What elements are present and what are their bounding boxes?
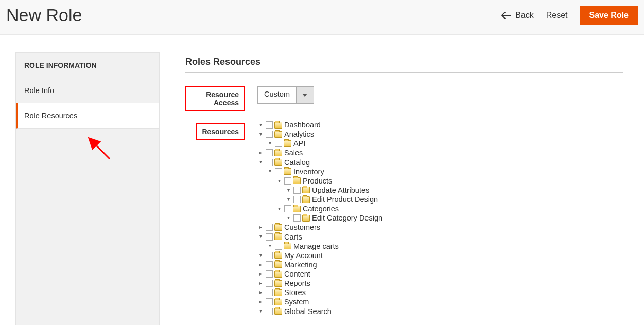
- chevron-down-icon: [296, 87, 314, 103]
- tree-label: API: [293, 139, 305, 148]
- reset-button[interactable]: Reset: [546, 11, 568, 20]
- tree-toggle-icon[interactable]: ▾: [257, 122, 264, 129]
- back-button[interactable]: Back: [501, 11, 534, 20]
- select-value: Custom: [258, 87, 296, 103]
- tree-node-edit-product-design[interactable]: ▾ Edit Product Design: [285, 195, 382, 204]
- tree-node-categories[interactable]: ▾ Categories: [276, 204, 382, 213]
- tree-toggle-icon[interactable]: ▸: [257, 289, 264, 296]
- main-content: Roles Resources Resource Access Custom R…: [185, 52, 644, 325]
- tree-node-dashboard[interactable]: ▾ Dashboard: [257, 120, 382, 130]
- tree-toggle-icon[interactable]: ▾: [276, 206, 282, 212]
- tree-toggle-icon[interactable]: ▸: [257, 150, 264, 156]
- folder-icon: [274, 131, 282, 138]
- checkbox[interactable]: [266, 121, 273, 129]
- tree-node-sales[interactable]: ▸ Sales: [257, 148, 382, 157]
- sidebar-item-role-resources[interactable]: Role Resources: [16, 103, 159, 129]
- checkbox[interactable]: [266, 308, 273, 315]
- folder-icon: [293, 177, 301, 184]
- sidebar: ROLE INFORMATION Role Info Role Resource…: [15, 52, 160, 325]
- tree-node-analytics[interactable]: ▾ Analytics: [257, 130, 382, 139]
- resource-access-select[interactable]: Custom: [257, 86, 314, 104]
- checkbox[interactable]: [266, 298, 273, 305]
- folder-icon: [274, 122, 282, 129]
- checkbox[interactable]: [293, 196, 301, 203]
- tree-label: Categories: [303, 204, 339, 213]
- folder-icon: [274, 159, 282, 166]
- checkbox[interactable]: [266, 261, 273, 268]
- tree-node-carts[interactable]: ▾ Carts: [257, 232, 382, 242]
- page-content: ROLE INFORMATION Role Info Role Resource…: [0, 35, 644, 325]
- arrow-left-icon: [501, 12, 511, 19]
- tree-label: Sales: [284, 148, 303, 157]
- tree-label: Inventory: [293, 167, 324, 176]
- tree-node-content[interactable]: ▸ Content: [257, 269, 382, 279]
- folder-icon: [274, 280, 282, 287]
- tree-label: Global Search: [284, 307, 332, 316]
- checkbox[interactable]: [266, 280, 273, 287]
- tree-toggle-icon[interactable]: ▾: [267, 140, 273, 147]
- tree-toggle-icon[interactable]: ▸: [257, 280, 264, 287]
- checkbox[interactable]: [266, 252, 273, 259]
- tree-label: Stores: [284, 288, 306, 297]
- tree-toggle-icon[interactable]: ▾: [285, 187, 291, 194]
- tree-node-update-attributes[interactable]: ▾ Update Attributes: [285, 186, 382, 195]
- tree-node-products[interactable]: ▾ Products: [276, 176, 382, 186]
- checkbox[interactable]: [266, 224, 273, 231]
- checkbox[interactable]: [275, 140, 282, 147]
- tree-node-stores[interactable]: ▸ Stores: [257, 288, 382, 297]
- tree-label: Manage carts: [293, 242, 339, 251]
- checkbox[interactable]: [266, 233, 273, 241]
- tree-node-customers[interactable]: ▸ Customers: [257, 223, 382, 232]
- tree-toggle-icon[interactable]: ▾: [257, 131, 264, 138]
- checkbox[interactable]: [266, 289, 273, 296]
- tree-toggle-icon[interactable]: ▾: [257, 233, 264, 240]
- tree-label: System: [284, 297, 309, 306]
- checkbox[interactable]: [275, 243, 282, 250]
- tree-toggle-icon[interactable]: ▾: [285, 196, 291, 203]
- sidebar-item-role-info[interactable]: Role Info: [16, 78, 159, 103]
- tree-label: Marketing: [284, 260, 317, 269]
- tree-label: Products: [303, 176, 332, 186]
- tree-node-api[interactable]: ▾ API: [267, 139, 382, 148]
- tree-node-inventory[interactable]: ▾ Inventory: [267, 167, 382, 176]
- checkbox[interactable]: [293, 187, 301, 194]
- checkbox[interactable]: [284, 205, 291, 212]
- tree-label: Reports: [284, 279, 310, 288]
- folder-icon: [274, 289, 282, 296]
- checkbox[interactable]: [266, 149, 273, 156]
- tree-toggle-icon[interactable]: ▾: [257, 252, 264, 259]
- tree-toggle-icon[interactable]: ▸: [257, 299, 264, 305]
- tree-toggle-icon[interactable]: ▾: [267, 243, 273, 249]
- save-role-button[interactable]: Save Role: [580, 6, 638, 25]
- tree-toggle-icon[interactable]: ▸: [257, 271, 264, 278]
- tree-node-reports[interactable]: ▸ Reports: [257, 279, 382, 288]
- checkbox[interactable]: [266, 270, 273, 278]
- tree-toggle-icon[interactable]: ▾: [257, 159, 264, 166]
- tree-toggle-icon[interactable]: ▾: [285, 215, 291, 222]
- tree-label: Edit Product Design: [312, 195, 378, 204]
- tree-node-catalog[interactable]: ▾ Catalog: [257, 158, 382, 167]
- tree-node-my-account[interactable]: ▾ My Account: [257, 251, 382, 260]
- tree-node-edit-category-design[interactable]: ▾ Edit Category Design: [285, 213, 382, 223]
- checkbox[interactable]: [275, 168, 282, 175]
- tree-toggle-icon[interactable]: ▸: [257, 224, 264, 231]
- header-actions: Back Reset Save Role: [501, 6, 638, 25]
- tree-toggle-icon[interactable]: ▾: [267, 168, 273, 175]
- tree-toggle-icon[interactable]: ▾: [276, 178, 282, 185]
- resource-access-row: Resource Access Custom: [185, 86, 623, 111]
- folder-icon: [274, 224, 282, 231]
- checkbox[interactable]: [266, 131, 273, 138]
- checkbox[interactable]: [266, 159, 273, 166]
- tree-node-manage-carts[interactable]: ▾ Manage carts: [267, 242, 382, 251]
- tree-toggle-icon[interactable]: ▸: [257, 262, 264, 268]
- tree-node-system[interactable]: ▸ System: [257, 297, 382, 306]
- sidebar-header: ROLE INFORMATION: [16, 53, 159, 78]
- tree-toggle-icon[interactable]: ▾: [257, 308, 264, 315]
- checkbox[interactable]: [284, 177, 291, 185]
- checkbox[interactable]: [293, 214, 301, 222]
- tree-label: Analytics: [284, 130, 314, 139]
- tree-node-global-search[interactable]: ▾ Global Search: [257, 307, 382, 316]
- folder-icon: [274, 271, 282, 278]
- tree-node-marketing[interactable]: ▸ Marketing: [257, 260, 382, 269]
- tree-label: Customers: [284, 223, 320, 232]
